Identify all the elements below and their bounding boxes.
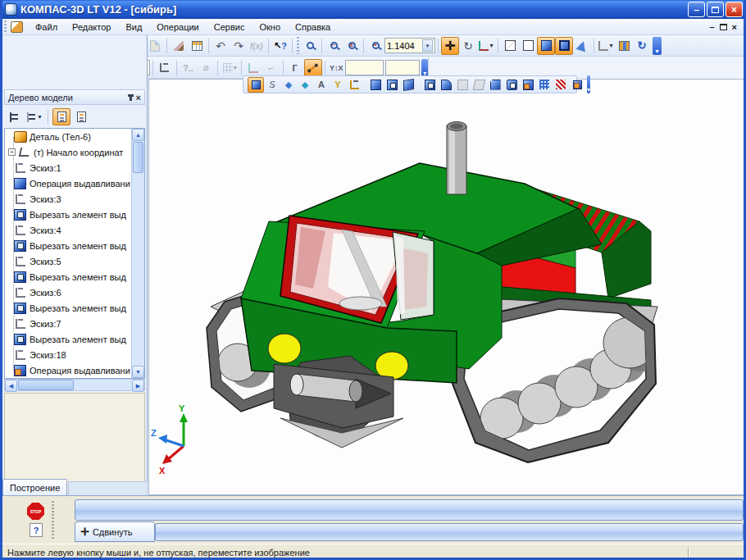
toolbar-overflow[interactable]: ▾ [653,37,662,55]
tree-item-cut[interactable]: Вырезать элемент выд [5,269,131,285]
menu-help[interactable]: Справка [288,20,338,34]
variables-button[interactable]: f(x) [248,37,266,55]
snap-button[interactable] [304,59,322,77]
menu-file[interactable]: Файл [28,20,65,34]
undo-button[interactable]: ↶ [212,37,230,55]
zoom-frame-button[interactable]: ⌐ [325,37,343,55]
panel-grip[interactable] [52,501,54,540]
tree-horizontal-scrollbar[interactable]: ◀ ▶ [4,379,145,391]
sketch-mode-button[interactable] [156,59,174,77]
measure-button[interactable]: ⌀ [197,59,215,77]
tree-structure-button[interactable] [6,108,24,125]
orient-move-button[interactable]: ▾ [477,37,495,55]
point-button[interactable]: ◆ [280,77,297,93]
expander-icon[interactable]: + [8,148,16,156]
tree-item-operation[interactable]: Операция выдавливани [5,175,131,191]
tree-item-sketch[interactable]: Эскиз:5 [5,253,131,269]
minimize-button[interactable]: – [688,2,705,17]
tree-doc-button[interactable] [52,108,71,125]
kinematic-operation-button[interactable] [400,77,416,93]
properties-table-button[interactable] [188,37,206,55]
perspective-button[interactable] [573,37,591,55]
stop-button[interactable]: STOP [27,503,44,520]
scale-input[interactable] [387,41,421,51]
orientation-button[interactable]: ▾ [597,37,615,55]
scroll-right-button[interactable]: ▶ [132,380,144,392]
tree-item-sketch[interactable]: Эскиз:18 [5,347,131,362]
surface-button[interactable]: ◆ [297,77,313,93]
refresh-button[interactable]: ↻ [633,37,651,55]
wireframe-button[interactable] [501,37,519,55]
scroll-thumb[interactable] [18,380,74,390]
zoom-in-out-button[interactable]: ± [343,37,361,55]
scroll-thumb[interactable] [133,142,143,173]
chamfer-button[interactable] [487,77,503,93]
tab-construction[interactable]: Построение [2,479,67,495]
paste-button[interactable] [146,37,164,55]
shaded-edges-button[interactable] [555,37,573,55]
hidden-lines-button[interactable] [519,37,537,55]
tree-item-cut[interactable]: Вырезать элемент выд [5,238,131,253]
tree-item-sketch[interactable]: Эскиз:4 [5,222,131,238]
tree-item-sketch[interactable]: Эскиз:1 [5,160,131,175]
scroll-left-button[interactable]: ◀ [5,380,17,392]
tree-item-part[interactable]: Деталь (Тел-6) [5,129,131,144]
tree-item-cut[interactable]: Вырезать элемент выд [5,300,131,316]
tree-item-sketch[interactable]: Эскиз:6 [5,285,131,300]
boolean-button[interactable] [569,77,585,93]
panel-close-icon[interactable]: × [136,93,141,102]
tree-report-button[interactable] [72,108,90,125]
tree-composition-button[interactable]: ▾ [25,108,43,125]
cut-extrude-button[interactable] [421,77,438,93]
scroll-down-button[interactable]: ▼ [132,366,144,378]
menu-grip[interactable] [4,20,7,33]
params-button[interactable] [346,77,362,93]
mdi-close-button[interactable]: × [732,22,737,32]
tree-vertical-scrollbar[interactable]: ▲ ▼ [131,129,144,378]
shell-button[interactable] [503,77,520,93]
close-button[interactable]: × [726,2,743,17]
scale-dropdown-arrow[interactable]: ▾ [422,39,433,52]
toolbar-grip[interactable] [297,37,299,54]
extrude-operation-button[interactable] [367,77,384,93]
pan-button[interactable]: ✛ [441,37,459,55]
zoom-select-button[interactable] [301,37,319,55]
viewport-3d[interactable]: Y X Z [148,79,744,495]
fillet-button[interactable] [438,77,454,93]
pin-icon[interactable] [130,94,132,101]
local-cs-button[interactable] [244,59,262,77]
property-bar-bottom[interactable] [155,523,744,541]
menu-service[interactable]: Сервис [207,20,252,34]
property-bar-top[interactable] [75,499,744,521]
toolbar-overflow[interactable]: ▾ [587,75,590,93]
toolbar-overflow[interactable]: ▾ [421,59,428,77]
aux-geometry-button[interactable]: A [313,77,330,93]
grid-button[interactable]: ▾ [221,59,239,77]
shaded-button[interactable] [537,37,555,55]
coord-x-field[interactable] [345,60,384,75]
tree-item-sketch[interactable]: Эскиз:7 [5,316,131,331]
mdi-minimize-button[interactable]: – [709,22,714,32]
scale-combo[interactable]: ▾ [384,38,435,53]
scroll-up-button[interactable]: ▲ [132,129,144,141]
rotate-button[interactable]: ↻ [459,37,477,55]
mdi-restore-button[interactable] [720,24,727,30]
coords-button[interactable]: Y↕X [327,59,345,77]
corner-button[interactable]: Г [286,59,304,77]
ortho-button[interactable]: ⌐ [262,59,280,77]
menu-view[interactable]: Вид [118,20,149,34]
array-button[interactable] [536,77,553,93]
rebuild-button[interactable] [615,37,633,55]
rib-button[interactable] [471,77,487,93]
context-help-button[interactable]: ↖? [271,37,289,55]
command-tab-shift[interactable]: ✛ Сдвинуть [75,521,155,542]
zoom-area-button[interactable]: + [366,37,384,55]
restore-button[interactable] [707,2,724,17]
menu-operations[interactable]: Операции [149,20,206,34]
redo-button[interactable]: ↷ [230,37,248,55]
measure-3d-button[interactable]: Y [330,77,346,93]
mirror-button[interactable] [553,77,569,93]
spline-button[interactable]: S [264,77,280,93]
tree-item-origin[interactable]: +(т) Начало координат [5,144,131,160]
section-button[interactable] [520,77,536,93]
